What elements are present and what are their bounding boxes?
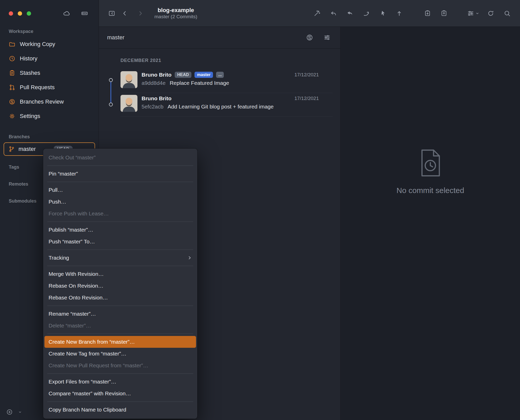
menu-item-rename[interactable]: Rename “master”… — [43, 308, 197, 320]
menu-separator — [47, 222, 193, 222]
folder-icon — [9, 41, 15, 48]
refresh-button[interactable] — [486, 8, 496, 19]
search-button[interactable] — [502, 8, 512, 19]
clipboard-icon — [9, 70, 15, 76]
menu-item-rebase-onto-revision[interactable]: Rebase Onto Revision… — [43, 292, 197, 304]
pull-request-icon — [9, 84, 15, 91]
toggle-sidebar-button[interactable] — [107, 8, 117, 19]
menu-item-push-to[interactable]: Push “master” To… — [43, 236, 197, 248]
branch-context-menu: Check Out “master” Pin “master” Pull… Pu… — [43, 149, 197, 419]
compare-branch-button[interactable] — [304, 32, 315, 43]
toolbar: blog-example master (2 Commits) — [99, 0, 520, 27]
cloud-services-icon[interactable] — [61, 8, 72, 19]
menu-item-copy-branch-name[interactable]: Copy Branch Name to Clipboard — [43, 404, 197, 416]
search-icon — [504, 10, 511, 17]
sidebar-item-label: History — [20, 55, 37, 62]
document-history-icon — [415, 148, 446, 178]
quick-actions-button[interactable] — [312, 8, 322, 19]
menu-item-export-files[interactable]: Export Files from “master”… — [43, 376, 197, 388]
checkout-button[interactable] — [378, 8, 388, 19]
commit-author: Bruno Brito — [142, 72, 172, 78]
stash-apply-button[interactable] — [439, 8, 449, 19]
sidebar-item-history[interactable]: History — [0, 51, 99, 66]
refresh-icon — [487, 10, 494, 17]
merge-button[interactable] — [361, 8, 372, 19]
commit-separator — [120, 116, 333, 117]
chevron-right-icon — [137, 10, 144, 17]
clipboard-up-icon — [440, 10, 448, 17]
gear-icon — [9, 113, 15, 120]
sidebar-item-label: Working Copy — [20, 41, 55, 48]
commit-hash: a9dd8d4e — [142, 80, 165, 86]
head-badge: HEAD — [175, 72, 191, 78]
menu-separator — [47, 250, 193, 250]
branch-badge[interactable]: master — [194, 72, 213, 78]
menu-separator — [47, 266, 193, 266]
commit-date: 17/12/2021 — [294, 96, 319, 101]
git-branch-icon — [8, 146, 15, 152]
menu-separator — [47, 373, 193, 374]
compare-icon — [306, 34, 313, 41]
stash-save-button[interactable] — [422, 8, 433, 19]
branch-name: master — [18, 146, 36, 152]
add-repository-button[interactable] — [5, 407, 14, 417]
local-repositories-icon[interactable] — [79, 8, 90, 19]
revert-button[interactable] — [345, 8, 355, 19]
forward-button[interactable] — [135, 8, 146, 19]
commit-date: 17/12/2021 — [294, 72, 319, 78]
tower-app-window: Workspace Working Copy History Stashes P… — [0, 0, 520, 420]
menu-item-compare-with-revision[interactable]: Compare “master” with Revision… — [43, 388, 197, 399]
history-filter-options-button[interactable] — [322, 32, 332, 43]
merge-arrow-icon — [363, 10, 370, 17]
workflow-dropdown[interactable] — [467, 10, 479, 17]
commit-separator — [120, 93, 333, 93]
sidebar-item-settings[interactable]: Settings — [0, 109, 99, 123]
menu-item-pull[interactable]: Pull… — [43, 184, 197, 196]
back-button[interactable] — [119, 8, 130, 19]
zoom-window-button[interactable] — [27, 11, 31, 16]
sidebar-item-stashes[interactable]: Stashes — [0, 66, 99, 80]
magic-wand-icon — [313, 10, 321, 17]
empty-state: No commit selected — [396, 148, 464, 195]
minimize-window-button[interactable] — [18, 11, 22, 16]
commit-message: Add Learning Git blog post + featured im… — [168, 104, 274, 110]
chevron-down-icon — [475, 11, 479, 15]
menu-item-force-push-with-lease: Force Push with Lease… — [43, 208, 197, 220]
sidebar-item-branches-review[interactable]: Branches Review — [0, 95, 99, 109]
menu-separator — [47, 306, 193, 306]
more-refs-badge[interactable]: ... — [216, 72, 224, 78]
menu-item-rebase-on-revision[interactable]: Rebase On Revision… — [43, 280, 197, 292]
sidebar-options-button[interactable] — [16, 408, 24, 416]
sidebar-item-pull-requests[interactable]: Pull Requests — [0, 80, 99, 95]
commit-button[interactable] — [394, 8, 404, 19]
branch-filter-label[interactable]: master — [107, 34, 124, 41]
plus-circle-icon — [6, 409, 13, 415]
menu-item-pin[interactable]: Pin “master” — [43, 168, 197, 180]
commit-row[interactable]: Bruno Brito HEAD master ... 17/12/2021 a… — [120, 71, 334, 93]
menu-item-tracking[interactable]: Tracking — [43, 252, 197, 264]
menu-item-create-new-tag[interactable]: Create New Tag from “master”… — [43, 348, 197, 360]
chevron-down-icon — [18, 410, 22, 414]
close-window-button[interactable] — [9, 11, 13, 16]
menu-item-create-new-branch[interactable]: Create New Branch from “master”… — [44, 336, 196, 348]
sliders-icon — [467, 10, 474, 17]
menu-item-push[interactable]: Push… — [43, 196, 197, 208]
menu-item-merge-with-revision[interactable]: Merge With Revision… — [43, 268, 197, 280]
cursor-arrow-icon — [379, 10, 386, 17]
undo-button[interactable] — [328, 8, 339, 19]
repo-subtitle: master (2 Commits) — [154, 14, 197, 20]
menu-separator — [47, 182, 193, 182]
arrow-up-icon — [396, 10, 403, 17]
chevron-left-icon — [121, 10, 128, 17]
avatar — [120, 95, 137, 112]
commit-detail-panel: No commit selected — [341, 27, 520, 420]
commit-graph-line — [110, 80, 111, 105]
commit-graph-node — [109, 103, 113, 106]
sidebar-item-working-copy[interactable]: Working Copy — [0, 37, 99, 51]
clock-icon — [9, 55, 15, 62]
sidebar-item-label: Stashes — [20, 70, 40, 76]
branches-section-label: Branches — [9, 134, 99, 141]
commit-row[interactable]: Bruno Brito 17/12/2021 5efc2acb Add Lear… — [120, 95, 334, 117]
month-section-header: DECEMBER 2021 — [120, 58, 161, 63]
menu-item-publish[interactable]: Publish “master”… — [43, 224, 197, 236]
